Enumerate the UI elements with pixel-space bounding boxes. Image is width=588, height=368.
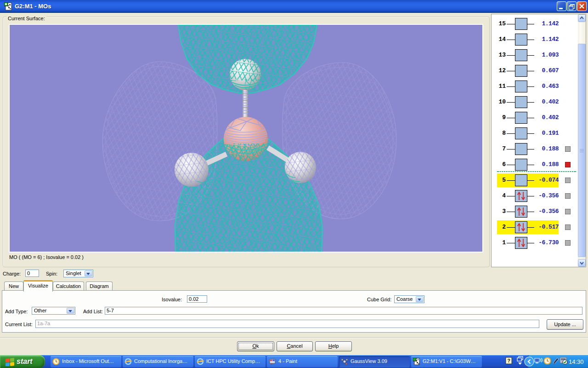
svg-text:?: ?	[507, 358, 510, 363]
